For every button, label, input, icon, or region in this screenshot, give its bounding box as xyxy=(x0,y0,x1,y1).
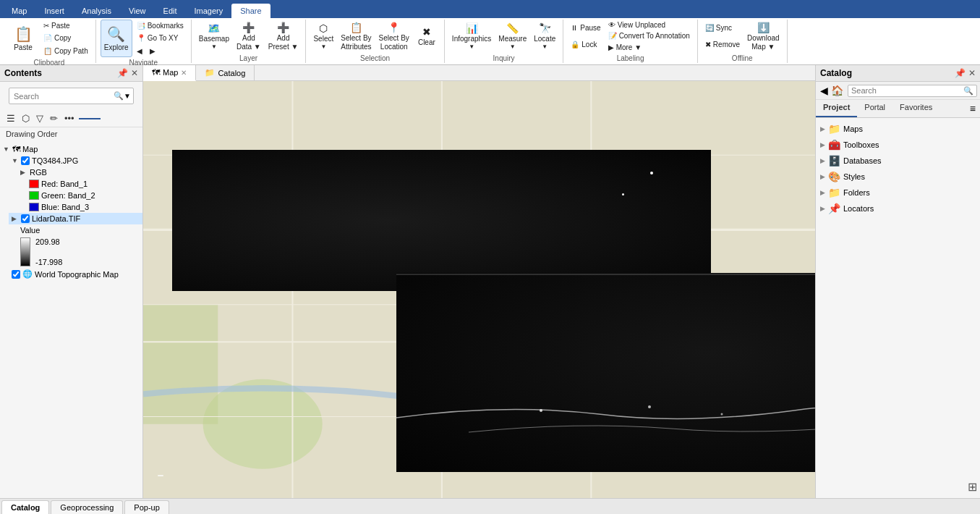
view-unplaced-icon: 👁 xyxy=(608,21,615,29)
tab-analysis[interactable]: Analysis xyxy=(73,4,120,18)
search-dropdown-icon[interactable]: ▼ xyxy=(124,92,131,100)
bottom-tab-popup[interactable]: Pop-up xyxy=(124,500,169,514)
layer-map[interactable]: ▼ 🗺 Map xyxy=(0,143,142,155)
map-viewport[interactable] xyxy=(143,81,815,498)
cylinder-icon[interactable]: ⬡ xyxy=(20,111,32,125)
catalog-search-input[interactable] xyxy=(851,86,963,95)
catalog-tab-favorites[interactable]: Favorites xyxy=(892,100,939,117)
tab-imagery[interactable]: Imagery xyxy=(186,4,232,18)
expand-tq3484-icon[interactable]: ▼ xyxy=(12,157,19,164)
expand-styles-icon[interactable]: ▶ xyxy=(820,173,825,180)
basemap-button[interactable]: 🗺️ Basemap ▼ xyxy=(196,21,232,51)
contents-search-input[interactable] xyxy=(14,92,114,101)
pin-icon[interactable]: 📌 xyxy=(117,68,128,78)
bookmarks-button[interactable]: 📑 Bookmarks xyxy=(134,20,187,31)
convert-to-annotation-button[interactable]: 📝 Convert To Annotation xyxy=(605,30,693,41)
map-tab-close[interactable]: ✕ xyxy=(181,69,187,77)
paste-icon: 📋 xyxy=(14,25,33,43)
layer-lidar[interactable]: ▶ LidarData.TIF xyxy=(9,213,142,224)
catalog-item-folders[interactable]: ▶ 📁 Folders xyxy=(816,185,980,201)
layer-blue-band[interactable]: Blue: Band_3 xyxy=(26,201,142,213)
select-button[interactable]: ⬡ Select ▼ xyxy=(310,21,336,51)
infographics-button[interactable]: 📊 Infographics ▼ xyxy=(449,21,494,51)
world-topo-checkbox[interactable] xyxy=(12,270,20,279)
copy-button[interactable]: 📄 Copy xyxy=(41,33,91,43)
select-icon: ⬡ xyxy=(319,22,328,34)
catalog-tab-portal[interactable]: Portal xyxy=(857,100,892,117)
lidar-checkbox[interactable] xyxy=(21,214,30,223)
tab-map[interactable]: Map xyxy=(3,4,35,18)
catalog-item-maps[interactable]: ▶ 📁 Maps xyxy=(816,121,980,137)
filter-icon[interactable]: ▽ xyxy=(34,111,46,125)
more-options-icon[interactable]: ••• xyxy=(62,111,77,125)
bottom-tab-catalog[interactable]: Catalog xyxy=(1,500,49,514)
catalog-menu-icon[interactable]: ≡ xyxy=(966,100,980,117)
lock-button[interactable]: 🔒 Lock xyxy=(568,39,603,50)
expand-databases-icon[interactable]: ▶ xyxy=(820,157,825,164)
bottom-tab-geoprocessing[interactable]: Geoprocessing xyxy=(51,500,123,514)
catalog-expand-icon[interactable]: ⊞ xyxy=(968,480,977,494)
layer-green-band[interactable]: Green: Band_2 xyxy=(26,190,142,201)
select-by-location-button[interactable]: 📍 Select By Location xyxy=(376,20,412,52)
tab-view[interactable]: View xyxy=(120,4,155,18)
sync-button[interactable]: 🔄 Sync xyxy=(702,22,743,33)
paste-button[interactable]: 📋 Paste xyxy=(7,20,39,57)
expand-map-icon[interactable]: ▼ xyxy=(3,146,10,153)
explore-button[interactable]: 🔍 Explore xyxy=(101,20,132,57)
layer-world-topo[interactable]: 🌐 World Topographic Map xyxy=(9,268,142,280)
close-panel-icon[interactable]: ✕ xyxy=(131,68,138,78)
catalog-tab-project[interactable]: Project xyxy=(816,100,857,117)
tab-catalog-view[interactable]: 📁 Catalog xyxy=(196,65,255,80)
cut-button[interactable]: ✂ Paste xyxy=(41,20,91,31)
gradient-bar xyxy=(20,237,30,266)
catalog-item-locators[interactable]: ▶ 📌 Locators xyxy=(816,201,980,216)
maps-label: Maps xyxy=(843,125,863,133)
view-unplaced-button[interactable]: 👁 View Unplaced xyxy=(605,20,693,30)
measure-button[interactable]: 📏 Measure ▼ xyxy=(495,21,529,51)
expand-rgb-icon[interactable]: ▶ xyxy=(20,169,27,176)
tq3484-checkbox[interactable] xyxy=(21,156,30,165)
expand-folders-icon[interactable]: ▶ xyxy=(820,189,825,196)
catalog-item-styles[interactable]: ▶ 🎨 Styles xyxy=(816,169,980,185)
locate-button[interactable]: 🔭 Locate ▼ xyxy=(531,21,558,51)
tab-insert[interactable]: Insert xyxy=(35,4,73,18)
layer-tq3484[interactable]: ▼ TQ3484.JPG xyxy=(9,155,142,167)
select-by-attributes-button[interactable]: 📋 Select By Attributes xyxy=(338,20,374,52)
bookmarks-icon: 📑 xyxy=(137,22,145,30)
group-layer: 🗺️ Basemap ▼ ➕ Add Data ▼ ➕ Add Preset ▼… xyxy=(192,20,307,63)
layer-rgb[interactable]: ▶ RGB xyxy=(17,167,142,178)
add-data-button[interactable]: ➕ Add Data ▼ xyxy=(234,20,264,52)
ribbon-content: 📋 Paste ✂ Paste 📄 Copy 📋 Copy Path xyxy=(0,18,980,64)
expand-toolboxes-icon[interactable]: ▶ xyxy=(820,141,825,148)
more-labeling-button[interactable]: ▶ More ▼ xyxy=(605,42,693,53)
edit-icon[interactable]: ✏ xyxy=(48,111,60,125)
nav-back-button[interactable]: ◀ xyxy=(134,46,145,56)
catalog-item-toolboxes[interactable]: ▶ 🧰 Toolboxes xyxy=(816,137,980,153)
catalog-back-button[interactable]: ◀ xyxy=(819,83,830,98)
expand-maps-icon[interactable]: ▶ xyxy=(820,125,825,132)
nav-forward-button[interactable]: ▶ xyxy=(147,46,158,56)
world-topo-icon: 🌐 xyxy=(22,269,33,279)
expand-lidar-icon[interactable]: ▶ xyxy=(12,215,19,222)
expand-locators-icon[interactable]: ▶ xyxy=(820,205,825,212)
remove-button[interactable]: ✖ Remove xyxy=(702,39,743,50)
download-map-button[interactable]: ⬇️ Download Map ▼ xyxy=(744,20,782,52)
clear-button[interactable]: ✖ Clear xyxy=(414,25,440,48)
add-preset-button[interactable]: ➕ Add Preset ▼ xyxy=(265,20,302,52)
copy-icon: 📄 xyxy=(43,34,52,42)
tab-share[interactable]: Share xyxy=(231,4,270,18)
catalog-pin-icon[interactable]: 📌 xyxy=(955,68,966,78)
tab-map-view[interactable]: 🗺 Map ✕ xyxy=(143,65,196,81)
svg-point-19 xyxy=(721,413,723,416)
layer-red-band[interactable]: Red: Band_1 xyxy=(26,178,142,190)
tab-edit[interactable]: Edit xyxy=(155,4,186,18)
catalog-item-databases[interactable]: ▶ 🗄️ Databases xyxy=(816,153,980,169)
list-view-icon[interactable]: ☰ xyxy=(4,111,17,125)
catalog-home-button[interactable]: 🏠 xyxy=(830,83,845,98)
go-to-xy-icon: 📍 xyxy=(137,34,145,42)
pause-button[interactable]: ⏸ Pause xyxy=(568,22,603,33)
catalog-close-icon[interactable]: ✕ xyxy=(968,68,976,78)
go-to-xy-button[interactable]: 📍 Go To XY xyxy=(134,33,187,43)
copy-path-button[interactable]: 📋 Copy Path xyxy=(41,46,91,56)
folders-label: Folders xyxy=(843,188,870,197)
